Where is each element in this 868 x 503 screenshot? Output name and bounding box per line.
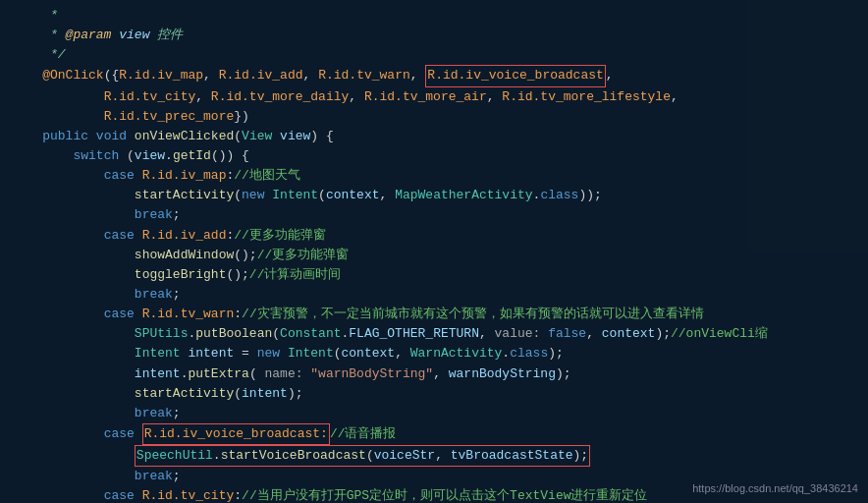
code-text: R.id.tv_warn — [142, 305, 235, 324]
code-text: Intent — [288, 344, 334, 363]
code-text: //语音播报 — [330, 424, 397, 444]
code-line-23: SpeechUtil.startVoiceBroadcast(voiceStr,… — [0, 445, 868, 467]
code-text: ; — [173, 404, 181, 423]
code-text — [12, 324, 135, 344]
code-line-13: showAddWindow();//更多功能弹窗 — [0, 246, 868, 265]
code-text: ()) { — [211, 146, 249, 166]
code-text: "warnBodyString" — [310, 364, 433, 384]
code-text: startActivity — [135, 384, 234, 404]
code-text: new — [257, 344, 288, 363]
code-text: new — [242, 186, 272, 205]
highlighted-rid-voice: R.id.iv_voice_broadcast — [425, 65, 605, 86]
code-text: case — [104, 424, 142, 444]
code-text: //灾害预警，不一定当前城市就有这个预警，如果有预警的话就可以进入查看详情 — [242, 305, 704, 324]
code-text: context — [342, 344, 396, 363]
code-text: R.id.iv_map — [142, 166, 227, 186]
code-text: SPUtils — [135, 324, 189, 344]
code-text: : — [226, 166, 234, 186]
code-text: { — [111, 66, 119, 85]
code-text: R.id.tv_city — [142, 486, 235, 503]
code-line-2: * @param view 控件 — [0, 26, 868, 45]
highlighted-speech-util: SpeechUtil.startVoiceBroadcast(voiceStr,… — [135, 445, 590, 467]
code-text: R.id.tv_more_daily — [211, 87, 349, 107]
code-text — [12, 146, 73, 166]
code-text: case — [104, 166, 142, 186]
code-text: startActivity — [135, 186, 234, 205]
code-text: View — [242, 127, 272, 146]
code-text: class — [540, 186, 578, 205]
code-text: case — [104, 305, 142, 324]
code-text: (); — [226, 265, 248, 285]
code-text: . — [165, 146, 173, 166]
code-text: (); — [234, 246, 256, 265]
code-text — [12, 186, 135, 205]
code-text: false — [548, 324, 586, 344]
code-text: @OnClick — [12, 66, 104, 85]
code-text: putExtra — [188, 364, 248, 384]
code-text: view — [119, 26, 149, 45]
code-text — [12, 265, 135, 285]
code-text — [12, 364, 135, 384]
code-text: ( — [318, 186, 326, 205]
code-text: break — [135, 404, 173, 423]
code-text — [12, 344, 135, 363]
code-text: , — [586, 324, 602, 344]
code-text: Intent — [272, 186, 318, 205]
code-text: , — [487, 87, 503, 107]
code-text: , — [671, 87, 678, 107]
watermark: https://blog.csdn.net/qq_38436214 — [692, 480, 858, 497]
code-text — [12, 404, 135, 423]
code-text: ( — [104, 66, 112, 85]
code-text: , — [606, 66, 614, 85]
code-text: break — [135, 285, 173, 305]
code-text: startVoiceBroadcast — [221, 448, 366, 463]
code-text: R.id.iv_add — [142, 226, 227, 246]
code-text: )); — [578, 186, 601, 205]
code-text: ( — [249, 364, 265, 384]
code-text: ); — [548, 344, 564, 363]
code-line-14: toggleBright();//计算动画时间 — [0, 265, 868, 285]
code-text: , — [203, 66, 219, 85]
code-text — [12, 226, 104, 246]
code-text: voiceStr — [374, 448, 435, 463]
code-editor: * * @param view 控件 */ @OnClick({R.id.iv_… — [0, 0, 868, 503]
code-text: ; — [173, 285, 181, 305]
code-text: FLAG_OTHER_RETURN — [349, 324, 479, 344]
code-line-12: case R.id.iv_add://更多功能弹窗 — [0, 226, 868, 246]
code-text: view — [135, 146, 165, 166]
code-line-6: R.id.tv_prec_more}) — [0, 107, 868, 127]
code-text: ( — [234, 384, 242, 404]
code-text: Constant — [280, 324, 341, 344]
code-text: case — [104, 226, 142, 246]
code-text — [12, 285, 135, 305]
code-text: MapWeatherActivity — [395, 186, 532, 205]
code-text — [111, 26, 119, 45]
switch-keyword: switch — [73, 146, 119, 166]
code-text — [12, 467, 135, 486]
code-line-7: public void onViewClicked(View view) { — [0, 127, 868, 146]
code-text: ); — [573, 448, 589, 463]
code-line-1: * — [0, 6, 868, 26]
code-text: ); — [556, 364, 571, 384]
code-text: }) — [234, 107, 249, 127]
code-text: value: — [495, 324, 549, 344]
code-text: intent — [188, 344, 234, 363]
code-text: */ — [12, 45, 66, 65]
code-text: R.id.tv_more_lifestyle — [502, 87, 671, 107]
code-text — [12, 424, 104, 444]
code-text: . — [502, 344, 510, 363]
code-text: SpeechUtil — [136, 448, 213, 463]
code-line-4: @OnClick({R.id.iv_map, R.id.iv_add, R.id… — [0, 65, 868, 86]
code-text: * — [12, 6, 66, 26]
code-text: //当用户没有打开GPS定位时，则可以点击这个TextView进行重新定位 — [242, 486, 647, 503]
code-text: //onViewCli缩 — [671, 324, 768, 344]
code-text — [181, 344, 189, 363]
code-text: case — [104, 486, 142, 503]
code-text: , — [395, 344, 410, 363]
code-line-5: R.id.tv_city, R.id.tv_more_daily, R.id.t… — [0, 87, 868, 107]
code-text: . — [181, 364, 189, 384]
code-text: ( — [334, 344, 342, 363]
code-text: . — [342, 324, 350, 344]
code-text: ) { — [310, 127, 333, 146]
code-text: , — [380, 186, 396, 205]
